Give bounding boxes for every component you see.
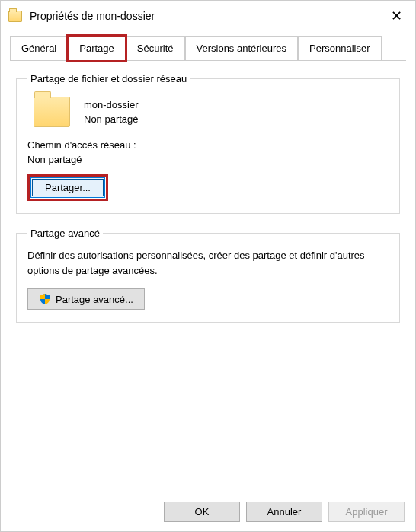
- tabstrip: Général Partage Sécurité Versions antéri…: [10, 36, 406, 61]
- tab-versions[interactable]: Versions antérieures: [185, 36, 299, 60]
- dialog-footer: OK Annuler Appliquer: [1, 492, 415, 531]
- tab-general[interactable]: Général: [10, 36, 68, 60]
- advanced-sharing-group: Partage avancé Définir des autorisations…: [16, 228, 400, 323]
- folder-icon: [8, 11, 22, 22]
- advanced-share-button-label: Partage avancé...: [56, 294, 133, 305]
- tab-personnaliser[interactable]: Personnaliser: [298, 36, 382, 60]
- network-sharing-legend: Partage de fichier et dossier réseau: [27, 73, 190, 84]
- folder-info: mon-dossier Non partagé: [84, 97, 139, 127]
- folder-icon-large: [34, 97, 70, 127]
- folder-row: mon-dossier Non partagé: [27, 97, 389, 127]
- advanced-sharing-legend: Partage avancé: [27, 228, 103, 239]
- share-button[interactable]: Partager...: [30, 177, 105, 198]
- close-icon[interactable]: ✕: [385, 8, 408, 24]
- share-button-highlight: Partager...: [27, 174, 108, 201]
- share-status: Non partagé: [84, 112, 139, 127]
- network-sharing-group: Partage de fichier et dossier réseau mon…: [16, 73, 400, 214]
- tab-content: Partage de fichier et dossier réseau mon…: [1, 61, 415, 349]
- network-path-value: Non partagé: [27, 154, 389, 165]
- cancel-button[interactable]: Annuler: [246, 502, 322, 522]
- ok-button[interactable]: OK: [164, 502, 240, 522]
- folder-name: mon-dossier: [84, 97, 139, 113]
- network-path-label: Chemin d'accès réseau :: [27, 139, 389, 151]
- advanced-sharing-description: Définir des autorisations personnalisées…: [27, 248, 389, 278]
- tab-partage[interactable]: Partage: [68, 36, 126, 61]
- titlebar: Propriétés de mon-dossier ✕: [1, 1, 415, 31]
- advanced-share-button[interactable]: Partage avancé...: [27, 288, 145, 310]
- tab-securite[interactable]: Sécurité: [126, 36, 185, 60]
- window-title: Propriétés de mon-dossier: [30, 10, 385, 22]
- shield-icon: [39, 293, 51, 305]
- apply-button: Appliquer: [328, 502, 405, 522]
